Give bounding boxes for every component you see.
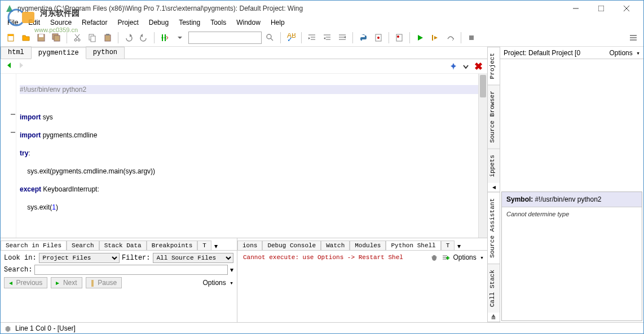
pause-button[interactable]: ‖ Pause <box>86 277 122 288</box>
code-line: #!/usr/bin/env python2 <box>20 86 86 93</box>
editor-column: html pygmentize python ✖ #!/usr/bin/env … <box>1 47 488 322</box>
tab-dropdown-icon[interactable]: ▾ <box>211 242 220 250</box>
breakpoint-icon[interactable] <box>392 31 406 44</box>
filter-select[interactable]: All Source Files <box>153 253 233 263</box>
maximize-button[interactable] <box>588 1 614 16</box>
vtab-source-browser[interactable]: Source Browser <box>488 84 500 148</box>
vtab-snippets[interactable]: ippets <box>488 149 500 183</box>
copy-icon[interactable] <box>86 31 99 44</box>
tab-exceptions[interactable]: ions <box>237 241 262 250</box>
status-bug-icon[interactable] <box>4 324 12 332</box>
search-field[interactable] <box>34 265 228 275</box>
search-icon[interactable] <box>263 31 277 44</box>
file-tab-html[interactable]: html <box>1 47 32 59</box>
scroll-thumb[interactable] <box>480 75 486 97</box>
comment-icon[interactable] <box>336 31 349 44</box>
paste-icon[interactable] <box>101 31 114 44</box>
menu-help[interactable]: Help <box>266 17 289 28</box>
dropdown-icon[interactable] <box>173 31 187 44</box>
svg-point-45 <box>432 255 436 261</box>
vtab-settings-icon[interactable]: ⋔ <box>488 313 500 322</box>
close-editor-icon[interactable]: ✖ <box>474 60 483 73</box>
gutter <box>1 74 16 238</box>
menubar: 河东软件园 www.pc0359.cn File Edit Source Ref… <box>1 16 643 29</box>
minimize-button[interactable] <box>563 1 588 16</box>
cut-icon[interactable] <box>70 31 84 44</box>
menu-refactor[interactable]: Refactor <box>77 17 112 28</box>
tab-watch[interactable]: Watch <box>321 241 350 250</box>
code-content[interactable]: #!/usr/bin/env python2 import sys import… <box>1 74 487 232</box>
bug-icon[interactable] <box>430 253 438 261</box>
vertical-scrollbar[interactable] <box>478 74 487 238</box>
shell-body[interactable] <box>237 264 487 322</box>
vtab-call-stack[interactable]: Call Stack <box>488 264 500 313</box>
bottom-left-panel: Search in Files Search Stack Data Breakp… <box>1 238 237 322</box>
tab-python-shell[interactable]: Python Shell <box>386 241 440 250</box>
chevron-down-icon[interactable] <box>462 63 470 70</box>
tab-breakpoints[interactable]: Breakpoints <box>147 241 198 250</box>
toolbar-separator <box>67 32 67 43</box>
tab-debug-console[interactable]: Debug Console <box>262 241 321 250</box>
tab-dropdown-icon[interactable]: ▾ <box>455 242 464 250</box>
menu-source[interactable]: Source <box>46 17 76 28</box>
svg-rect-18 <box>105 35 111 41</box>
hamburger-icon[interactable] <box>627 31 640 44</box>
tab-more[interactable]: T <box>197 241 211 250</box>
nav-forward-icon[interactable] <box>17 61 28 72</box>
outdent-icon[interactable] <box>320 31 334 44</box>
menu-file[interactable]: File <box>3 17 23 28</box>
indent-icon[interactable] <box>305 31 319 44</box>
previous-button[interactable]: ◂ Previous <box>4 277 47 288</box>
code-editor[interactable]: #!/usr/bin/env python2 import sys import… <box>1 74 487 238</box>
open-file-icon[interactable] <box>19 31 33 44</box>
redo-icon[interactable] <box>137 31 151 44</box>
tab-search[interactable]: Search <box>67 241 99 250</box>
project-tree[interactable] <box>500 59 643 190</box>
vtab-project[interactable]: Project <box>488 47 500 84</box>
fold-marker-icon[interactable] <box>11 132 15 133</box>
menu-project[interactable]: Project <box>113 17 143 28</box>
shell-options-link[interactable]: Options ▾ <box>453 253 484 261</box>
tab-stack-data[interactable]: Stack Data <box>99 241 147 250</box>
tab-more[interactable]: T <box>441 241 455 250</box>
filter-label: Filter: <box>122 254 150 262</box>
options-link[interactable]: Options ▾ <box>202 279 233 287</box>
menu-testing[interactable]: Testing <box>174 17 205 28</box>
menu-edit[interactable]: Edit <box>24 17 45 28</box>
menu-window[interactable]: Window <box>232 17 265 28</box>
file-tab-pygmentize[interactable]: pygmentize <box>31 47 86 59</box>
search-dropdown-icon[interactable]: ▾ <box>230 266 233 274</box>
run-icon[interactable] <box>413 31 427 44</box>
save-icon[interactable] <box>34 31 48 44</box>
pin-icon[interactable] <box>449 63 457 70</box>
nav-back-icon[interactable] <box>5 61 15 72</box>
vtab-expand-icon[interactable]: ◂ <box>488 182 500 192</box>
goto-def-icon[interactable] <box>158 31 171 44</box>
undo-icon[interactable] <box>122 31 135 44</box>
vtab-source-assistant[interactable]: Source Assistant <box>488 192 500 264</box>
file-tab-python[interactable]: python <box>86 47 125 59</box>
search-panel-body: Look in: Project Files Filter: All Sourc… <box>1 251 237 322</box>
step-over-icon[interactable] <box>444 31 457 44</box>
debug-icon[interactable] <box>372 31 385 44</box>
tab-search-in-files[interactable]: Search in Files <box>1 241 67 250</box>
menu-tools[interactable]: Tools <box>206 17 231 28</box>
search-input[interactable] <box>188 32 262 44</box>
vertical-tabs: Project Source Browser ippets ◂ Source A… <box>488 47 500 322</box>
replace-icon[interactable]: AB✓ <box>284 31 298 44</box>
add-icon[interactable] <box>442 253 449 261</box>
new-file-icon[interactable] <box>4 31 17 44</box>
next-button[interactable]: ▸ Next <box>51 277 82 288</box>
toolbar-separator <box>352 32 353 43</box>
menu-debug[interactable]: Debug <box>144 17 173 28</box>
tab-modules[interactable]: Modules <box>350 241 386 250</box>
symbol-value: #!/usr/bin/env python2 <box>535 195 601 203</box>
python-icon[interactable] <box>356 31 370 44</box>
close-button[interactable] <box>614 1 639 16</box>
fold-marker-icon[interactable] <box>11 114 15 115</box>
project-options-link[interactable]: Options ▾ <box>609 49 640 57</box>
stop-icon[interactable] <box>465 31 478 44</box>
save-all-icon[interactable] <box>50 31 63 44</box>
look-in-select[interactable]: Project Files <box>39 253 120 263</box>
step-icon[interactable] <box>429 31 442 44</box>
